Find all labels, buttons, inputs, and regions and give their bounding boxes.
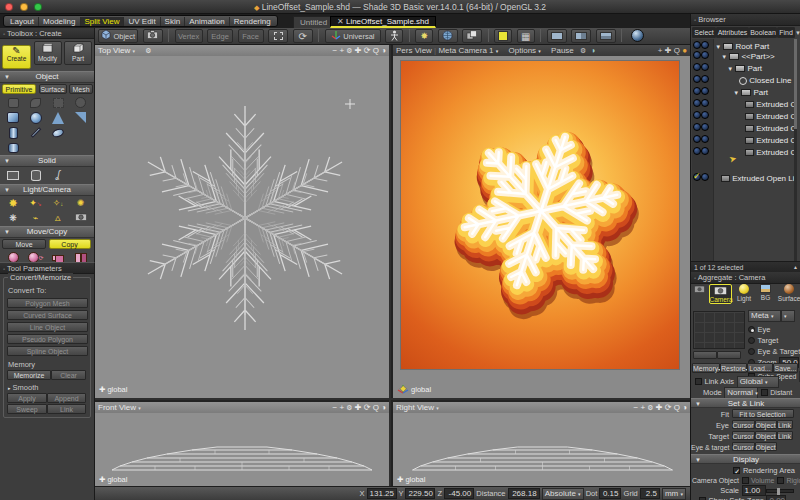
z-value[interactable]: -45.00 — [444, 488, 474, 499]
right-view-selector[interactable]: Right View ▾ — [396, 403, 439, 412]
volume-checkbox[interactable] — [742, 477, 749, 484]
shade-mode-icon[interactable]: ◑ — [381, 403, 386, 412]
camera-meta-dropdown[interactable]: Meta ▾ — [748, 310, 781, 322]
render-toggle[interactable] — [701, 87, 709, 95]
visibility-toggle[interactable] — [693, 123, 701, 131]
fire-light-button[interactable]: 🜂 — [48, 211, 68, 226]
tree-row[interactable]: ➤ — [691, 159, 797, 173]
tree-row[interactable]: ▼ <<Part>> — [691, 51, 797, 63]
tree-label[interactable]: Extruded Open Line — [732, 174, 797, 183]
load-button[interactable]: Load... — [747, 363, 773, 373]
visibility-toggle[interactable] — [693, 99, 701, 107]
background-tool-button[interactable] — [438, 29, 458, 43]
pose-tool-button[interactable] — [385, 29, 403, 43]
pan-icon[interactable]: ✚ — [355, 403, 362, 412]
pan-icon[interactable]: ✚ — [656, 403, 663, 412]
wedge-primitive-button[interactable] — [71, 110, 91, 125]
zoom-in-icon[interactable]: + — [339, 46, 344, 55]
tree-row[interactable]: ▼ Part — [691, 87, 797, 99]
mirror-copy-button[interactable] — [462, 29, 482, 43]
distant-checkbox[interactable] — [761, 389, 768, 396]
tree-row[interactable]: Extruded Closed — [691, 111, 797, 123]
eyetarget-cursor-button[interactable]: Cursor — [732, 442, 755, 451]
options-menu[interactable]: Options ▾ — [509, 46, 541, 55]
memory-button[interactable]: Memory▾ — [692, 363, 720, 373]
tree-label[interactable]: Extruded Closed — [756, 124, 797, 133]
modify-mode-button[interactable]: Modify — [34, 41, 62, 65]
camera-sub-dropdown[interactable]: ▾ — [781, 310, 795, 322]
sweep-button[interactable]: Sweep — [7, 404, 47, 414]
tab-overflow-icon[interactable]: ▪ ▾ — [216, 18, 223, 25]
restore-button[interactable]: Restore▾ — [720, 363, 747, 373]
window-layout-1-button[interactable] — [547, 29, 567, 43]
vertex-mode-button[interactable]: Vertex — [175, 29, 203, 43]
visibility-toggle[interactable] — [693, 41, 701, 49]
render-toggle[interactable] — [701, 111, 709, 119]
visibility-toggle[interactable] — [693, 87, 701, 95]
expand-icon[interactable]: ▼ — [733, 90, 739, 96]
camera-mode-button[interactable] — [143, 29, 163, 43]
solid-curve-button[interactable]: ʆ — [48, 168, 68, 183]
pers-view-selector[interactable]: Pers View — [396, 46, 432, 55]
path-light-button[interactable]: ⌁ — [26, 211, 46, 226]
front-view-selector[interactable]: Front View ▾ — [98, 403, 141, 412]
grid-value[interactable]: 2.5 — [640, 488, 660, 499]
tree-label[interactable]: Extruded Closed — [756, 136, 797, 145]
zoom-out-icon[interactable]: − — [332, 403, 337, 412]
light-camera-section-header[interactable]: ▼Light/Camera — [0, 184, 94, 196]
tree-row[interactable]: ▼ Part — [691, 63, 797, 75]
panel-collapse-icon[interactable]: ◦ — [3, 31, 5, 37]
distant-light-button[interactable]: ✧↓ — [48, 196, 68, 211]
convert-curved-surface-button[interactable]: Curved Surface — [7, 310, 88, 320]
browser-tab-boolean[interactable]: Boolean — [749, 27, 777, 38]
object-mode-button[interactable]: Object — [98, 29, 138, 43]
eye-cursor-button[interactable]: Cursor — [732, 420, 755, 429]
rotate-view-icon[interactable]: ⟳ — [364, 46, 371, 55]
expand-icon[interactable]: ▼ — [727, 66, 733, 72]
area-light-button[interactable]: ✺ — [71, 196, 91, 211]
gear-icon[interactable]: ⚙ — [580, 47, 586, 54]
y-value[interactable]: 229.50 — [405, 488, 435, 499]
set-link-section-header[interactable]: ▼Set & Link — [691, 398, 800, 408]
surface-tab[interactable]: Surface — [39, 84, 67, 94]
cylinder-primitive-button[interactable] — [3, 125, 23, 140]
tree-row[interactable]: Extruded Closed — [691, 147, 797, 159]
visibility-toggle[interactable] — [693, 51, 701, 59]
zoom-tool-icon[interactable]: Q — [674, 46, 680, 55]
visibility-toggle[interactable] — [693, 63, 701, 71]
eye-object-button[interactable]: Object — [755, 420, 777, 429]
render-toggle[interactable] — [701, 99, 709, 107]
cube-primitive-button[interactable] — [3, 110, 23, 125]
tab-bg[interactable]: BG — [757, 284, 775, 301]
tab-light[interactable]: Light — [734, 284, 754, 302]
camera-small-tab[interactable] — [692, 284, 706, 294]
pan-icon[interactable]: ✚ — [665, 46, 672, 55]
disc-primitive-button[interactable] — [48, 125, 68, 140]
shade-mode-icon[interactable]: ◑ — [682, 403, 687, 412]
toolbox-header[interactable]: ◦ Toolbox : Create — [0, 28, 94, 39]
browser-header[interactable]: ◦ Browser — [691, 14, 800, 26]
apply-button[interactable]: Apply — [7, 393, 47, 403]
browser-tab-find[interactable]: Find — [777, 27, 795, 38]
grid-view-button[interactable]: ▦ — [517, 29, 535, 43]
rendering-area-checkbox[interactable]: ✓ — [733, 467, 740, 474]
panel-collapse-icon[interactable]: ◦ — [694, 17, 696, 23]
render-toggle[interactable] — [701, 173, 709, 181]
pan-icon[interactable]: ✚ — [355, 46, 362, 55]
tree-row[interactable]: Extruded Closed — [691, 99, 797, 111]
zoom-in-icon[interactable]: + — [640, 403, 645, 412]
move-copy-section-header[interactable]: ▼Move/Copy — [0, 226, 94, 238]
link-button[interactable]: Link — [47, 404, 86, 414]
render-toggle[interactable] — [701, 41, 709, 49]
tool-icon-dim-2[interactable] — [26, 95, 46, 110]
light-tool-button[interactable]: ✸ — [415, 29, 433, 43]
ambient-light-button[interactable]: ❋ — [3, 211, 23, 226]
solid-section-header[interactable]: ▼Solid — [0, 155, 94, 167]
tree-label[interactable]: Extruded Closed — [756, 112, 797, 121]
primitive-tab[interactable]: Primitive — [2, 84, 36, 94]
safe-zone-field[interactable]: 0.90 — [766, 495, 786, 500]
rectangle-select-button[interactable] — [268, 29, 288, 43]
zoom-out-icon[interactable]: − — [332, 46, 337, 55]
render-toggle[interactable] — [701, 123, 709, 131]
camera-selector[interactable]: Meta Camera 1 ▾ — [438, 46, 498, 55]
